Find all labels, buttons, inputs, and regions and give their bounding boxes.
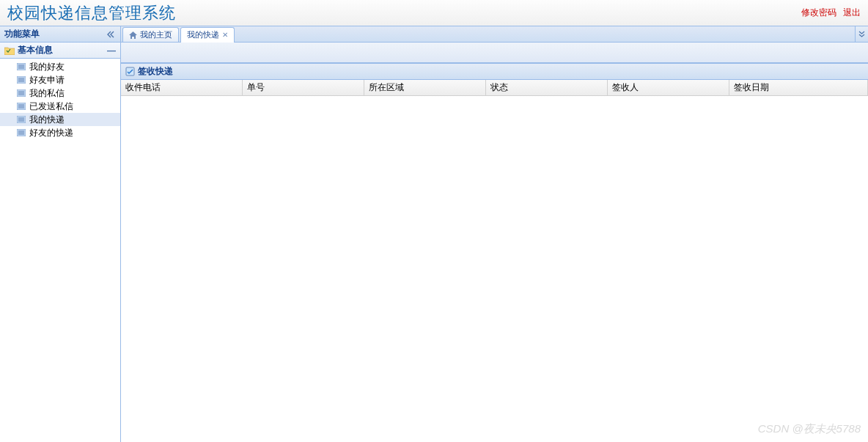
collapse-sidebar-button[interactable] [106,29,116,40]
toolbar-area [121,43,868,63]
sidebar-item-label: 我的私信 [29,87,65,100]
sidebar-item-sent-messages[interactable]: 已发送私信 [0,100,120,113]
sidebar-header: 功能菜单 [0,26,120,43]
tab-scroll-button[interactable] [855,26,868,42]
close-tab-button[interactable]: ✕ [222,31,228,39]
change-password-link[interactable]: 修改密码 [801,7,836,18]
col-status[interactable]: 状态 [486,80,608,95]
app-title: 校园快递信息管理系统 [7,2,176,24]
tab-home[interactable]: 我的主页 [122,27,179,42]
sidebar-item-label: 好友的快递 [29,127,73,139]
home-icon [129,32,137,39]
sidebar-group-label: 基本信息 [18,44,53,56]
tab-label: 我的主页 [140,29,172,40]
list-icon [16,128,26,137]
sidebar-item-friends[interactable]: 我的好友 [0,60,120,73]
sidebar-item-label: 我的好友 [29,61,65,73]
sidebar-item-my-express[interactable]: 我的快递 [0,113,120,126]
tab-my-express[interactable]: 我的快递 ✕ [180,27,235,43]
grid-panel: 签收快递 收件电话 单号 所在区域 状态 签收人 签收日期 [121,63,868,96]
folder-icon [4,46,15,55]
minus-icon: — [107,45,116,56]
grid-title-label: 签收快递 [138,65,173,78]
list-icon [16,102,26,111]
col-order[interactable]: 单号 [243,80,364,95]
sidebar-group-basic-info[interactable]: 基本信息 — [0,43,120,59]
chevrons-down-icon [858,31,865,37]
list-icon [16,89,26,97]
col-area[interactable]: 所在区域 [364,80,486,95]
sidebar-item-label: 我的快递 [29,114,65,126]
list-icon [16,115,26,124]
sidebar-title: 功能菜单 [4,28,40,40]
sidebar-item-friend-requests[interactable]: 好友申请 [0,73,120,86]
grid-title-bar: 签收快递 [121,64,868,80]
tab-label: 我的快递 [187,29,219,40]
chevrons-left-icon [107,31,114,38]
header-links: 修改密码 退出 [797,7,861,19]
col-signer[interactable]: 签收人 [608,80,729,95]
tab-strip: 我的主页 我的快递 ✕ [121,26,868,43]
list-icon [16,62,26,71]
main-area: 我的主页 我的快递 ✕ 签收快递 收件电话 单号 所在区域 [121,26,868,442]
grid-column-headers: 收件电话 单号 所在区域 状态 签收人 签收日期 [121,80,868,96]
sidebar-item-label: 已发送私信 [29,100,73,113]
app-header: 校园快递信息管理系统 修改密码 退出 [0,0,868,26]
sign-icon [125,67,135,76]
sidebar-tree: 我的好友 好友申请 我的私信 已发送私信 我的快递 好友的快递 [0,59,120,141]
col-date[interactable]: 签收日期 [729,80,868,95]
list-icon [16,75,26,84]
sidebar-item-messages[interactable]: 我的私信 [0,86,120,100]
sidebar-item-friends-express[interactable]: 好友的快递 [0,126,120,139]
logout-link[interactable]: 退出 [843,7,861,18]
col-phone[interactable]: 收件电话 [121,80,243,95]
tab-content: 签收快递 收件电话 单号 所在区域 状态 签收人 签收日期 [121,43,868,442]
sidebar: 功能菜单 基本信息 — 我的好友 好友申请 [0,26,121,442]
sidebar-item-label: 好友申请 [29,74,65,86]
